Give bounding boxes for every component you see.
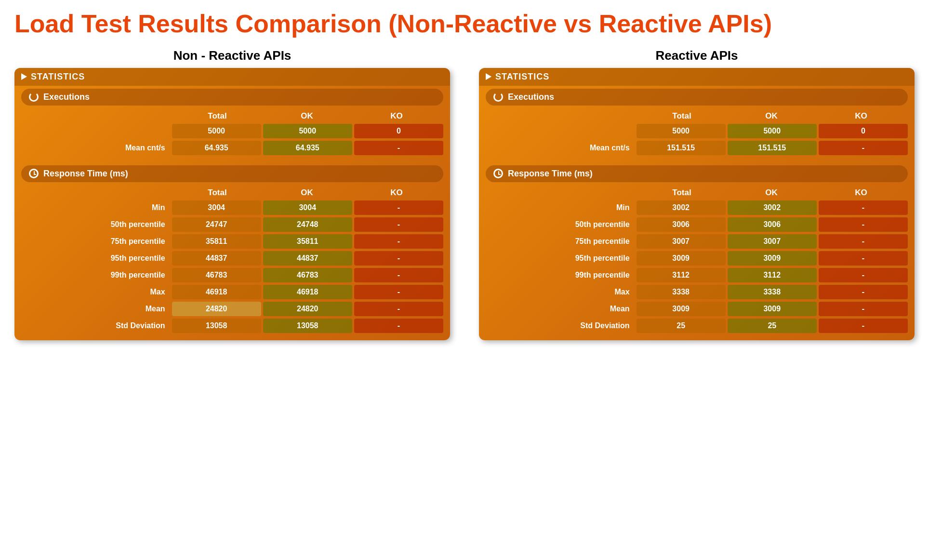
- left-exec-col-empty: [23, 111, 173, 121]
- left-resp-col-headers: Total OK KO: [21, 186, 443, 200]
- left-resp-row-std: Std Deviation 13058 13058 -: [21, 319, 443, 333]
- right-resp-col-ko: KO: [816, 188, 906, 198]
- right-exec-col-total: Total: [637, 111, 727, 121]
- panels-container: Non - Reactive APIs STATISTICS Execution…: [14, 48, 915, 340]
- left-panel-wrapper: Non - Reactive APIs STATISTICS Execution…: [14, 48, 450, 340]
- left-response-title: Response Time (ms): [43, 169, 128, 179]
- left-resp-col-ko: KO: [352, 188, 441, 198]
- left-refresh-icon: [29, 92, 39, 102]
- left-triangle-icon: [21, 73, 27, 80]
- right-exec-col-ok: OK: [727, 111, 816, 121]
- right-executions-title: Executions: [508, 92, 554, 102]
- right-exec-col-ko: KO: [816, 111, 906, 121]
- left-response-section: Response Time (ms) Total OK KO Min 3004 …: [14, 162, 450, 340]
- left-stats-panel: STATISTICS Executions Total OK KO 5000 5: [14, 68, 450, 340]
- left-stats-header-text: STATISTICS: [31, 72, 85, 82]
- right-resp-row-50: 50th percentile 3006 3006 -: [486, 217, 908, 232]
- right-clock-icon: [493, 169, 503, 178]
- left-exec-total-1: 64.935: [172, 141, 261, 155]
- right-response-section: Response Time (ms) Total OK KO Min 3002 …: [479, 162, 915, 340]
- left-panel-label: Non - Reactive APIs: [173, 48, 292, 63]
- right-resp-col-total: Total: [637, 188, 727, 198]
- right-panel-label: Reactive APIs: [655, 48, 738, 63]
- left-exec-ko-1: -: [354, 141, 443, 155]
- left-clock-icon: [29, 169, 39, 178]
- right-resp-row-mean: Mean 3009 3009 -: [486, 302, 908, 316]
- right-resp-row-min: Min 3002 3002 -: [486, 200, 908, 215]
- left-resp-row-max: Max 46918 46918 -: [21, 285, 443, 299]
- left-executions-title: Executions: [43, 92, 90, 102]
- left-exec-col-headers: Total OK KO: [21, 109, 443, 123]
- left-exec-col-ok: OK: [262, 111, 352, 121]
- left-stats-header: STATISTICS: [14, 68, 450, 86]
- left-executions-section: Executions Total OK KO 5000 5000 0 Mean …: [14, 86, 450, 162]
- left-resp-row-95: 95th percentile 44837 44837 -: [21, 251, 443, 266]
- left-exec-col-total: Total: [173, 111, 262, 121]
- right-executions-header: Executions: [486, 89, 908, 106]
- left-executions-header: Executions: [21, 89, 443, 106]
- right-resp-row-max: Max 3338 3338 -: [486, 285, 908, 299]
- left-resp-col-total: Total: [173, 188, 262, 198]
- left-exec-row-0: 5000 5000 0: [21, 124, 443, 138]
- right-stats-header-text: STATISTICS: [495, 72, 549, 82]
- right-resp-row-95: 95th percentile 3009 3009 -: [486, 251, 908, 266]
- left-exec-ok-1: 64.935: [263, 141, 352, 155]
- right-triangle-icon: [486, 73, 491, 80]
- right-response-header: Response Time (ms): [486, 165, 908, 182]
- right-exec-row-1: Mean cnt/s 151.515 151.515 -: [486, 141, 908, 155]
- right-stats-panel: STATISTICS Executions Total OK KO 5000 5: [479, 68, 915, 340]
- right-response-title: Response Time (ms): [508, 169, 593, 179]
- right-resp-row-std: Std Deviation 25 25 -: [486, 319, 908, 333]
- left-response-header: Response Time (ms): [21, 165, 443, 182]
- left-exec-ok-0: 5000: [263, 124, 352, 138]
- left-exec-ko-0: 0: [354, 124, 443, 138]
- right-exec-row-0: 5000 5000 0: [486, 124, 908, 138]
- right-resp-row-75: 75th percentile 3007 3007 -: [486, 234, 908, 249]
- left-resp-row-75: 75th percentile 35811 35811 -: [21, 234, 443, 249]
- right-resp-col-headers: Total OK KO: [486, 186, 908, 200]
- right-executions-section: Executions Total OK KO 5000 5000 0 Mean …: [479, 86, 915, 162]
- right-refresh-icon: [493, 92, 503, 102]
- left-resp-row-mean: Mean 24820 24820 -: [21, 302, 443, 316]
- right-exec-col-headers: Total OK KO: [486, 109, 908, 123]
- left-resp-row-99: 99th percentile 46783 46783 -: [21, 268, 443, 282]
- left-exec-col-ko: KO: [352, 111, 441, 121]
- left-resp-row-min: Min 3004 3004 -: [21, 200, 443, 215]
- right-stats-header: STATISTICS: [479, 68, 915, 86]
- left-resp-row-50: 50th percentile 24747 24748 -: [21, 217, 443, 232]
- page-title: Load Test Results Comparison (Non-Reacti…: [14, 10, 915, 39]
- left-exec-total-0: 5000: [172, 124, 261, 138]
- right-panel-wrapper: Reactive APIs STATISTICS Executions Tota…: [479, 48, 915, 340]
- right-resp-col-ok: OK: [727, 188, 816, 198]
- right-resp-row-99: 99th percentile 3112 3112 -: [486, 268, 908, 282]
- left-resp-col-ok: OK: [262, 188, 352, 198]
- left-exec-row-1: Mean cnt/s 64.935 64.935 -: [21, 141, 443, 155]
